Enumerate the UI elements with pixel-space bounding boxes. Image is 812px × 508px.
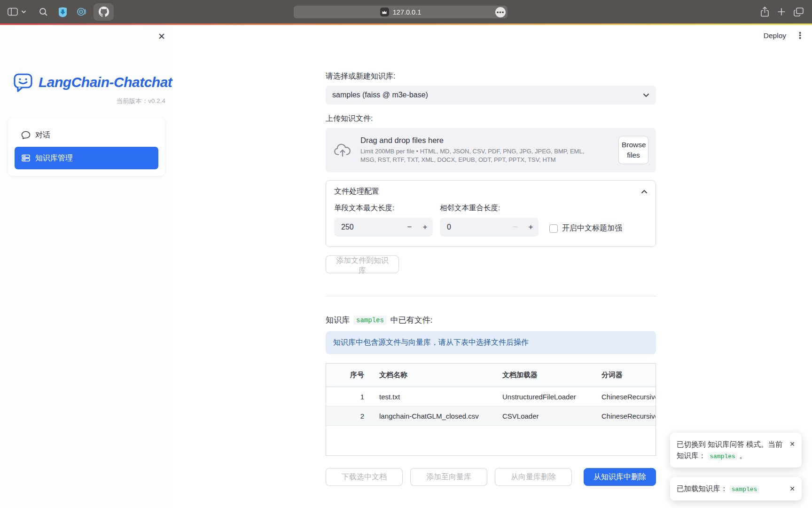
sidebar-toggle-icon[interactable]	[8, 8, 18, 16]
cell-index: 1	[326, 393, 372, 401]
app-logo: LangChain-Chatchat	[13, 72, 173, 93]
file-config-expander: 文件处理配置 单段文本最大长度: 250 − +	[326, 180, 656, 247]
cell-loader: CSVLoader	[495, 412, 594, 420]
toast-text-suffix: 。	[739, 452, 747, 460]
files-table: 序号 文档名称 文档加载器 分词器 1 test.txt Unstructure…	[326, 363, 656, 456]
logo-chat-icon	[13, 72, 33, 93]
sidebar-item-dialogue[interactable]: 对话	[15, 125, 158, 145]
github-pinned-tab[interactable]	[94, 3, 114, 21]
chunk-size-input[interactable]: 250 − +	[334, 218, 433, 237]
cell-splitter: ChineseRecursiveText	[594, 412, 656, 420]
browse-files-button[interactable]: Browse files	[618, 136, 648, 164]
dropzone-limit-text: Limit 200MB per file • HTML, MD, JSON, C…	[360, 147, 598, 164]
cloud-upload-icon	[334, 143, 351, 157]
sidebar: ✕ LangChain-Chatchat 当前版本：v0.2.4	[0, 25, 173, 508]
pinned-tab-download-icon[interactable]	[58, 7, 68, 17]
share-icon[interactable]	[760, 7, 769, 17]
sidebar-item-label: 对话	[35, 130, 50, 140]
table-row[interactable]: 2 langchain-ChatGLM_closed.csv CSVLoader…	[326, 406, 656, 426]
cell-loader: UnstructuredFileLoader	[495, 393, 594, 401]
database-icon	[21, 153, 31, 163]
toast-kb-name-chip: samples	[708, 452, 737, 460]
main-menu-kebab-icon[interactable]: ⋮	[796, 30, 804, 41]
toast-close-icon[interactable]: ✕	[789, 484, 795, 494]
cell-docname: langchain-ChatGLM_closed.csv	[372, 412, 495, 420]
sidebar-item-knowledge-base[interactable]: 知识库管理	[15, 147, 158, 169]
sidebar-item-label: 知识库管理	[35, 153, 73, 163]
chat-bubble-icon	[21, 130, 31, 140]
divider	[326, 296, 656, 296]
zh-title-enhance-label: 开启中文标题加强	[562, 223, 622, 233]
kb-name-chip: samples	[353, 316, 387, 325]
kb-select-label: 请选择或新建知识库:	[326, 71, 656, 81]
expander-title: 文件处理配置	[334, 187, 379, 197]
cell-splitter: ChineseRecursiveText	[594, 393, 656, 401]
chevron-up-icon	[641, 190, 648, 194]
toast-mode-switched: 已切换到 知识库问答 模式。当前知识库： samples 。 ✕	[670, 433, 802, 468]
files-heading-prefix: 知识库	[326, 315, 350, 325]
download-selected-button[interactable]: 下载选中文档	[326, 468, 403, 486]
delete-from-kb-button[interactable]: 从知识库中删除	[584, 468, 656, 486]
new-tab-icon[interactable]	[777, 8, 786, 16]
toast-close-icon[interactable]: ✕	[789, 439, 795, 461]
files-heading: 知识库 samples 中已有文件:	[326, 315, 656, 325]
zh-title-enhance-checkbox[interactable]	[549, 224, 558, 233]
site-favicon-icon	[380, 8, 389, 16]
overlap-size-label: 相邻文本重合长度:	[440, 203, 539, 213]
chunk-size-value: 250	[334, 223, 402, 231]
sidebar-nav: 对话 知识库管理	[8, 118, 165, 176]
select-chevron-down-icon	[643, 93, 649, 97]
address-bar[interactable]: 127.0.0.1 •••	[294, 6, 508, 18]
cell-docname: test.txt	[372, 393, 495, 401]
info-banner: 知识库中包含源文件与向量库，请从下表中选择文件后操作	[326, 331, 656, 354]
toast-text: 已加载知识库：	[677, 484, 728, 492]
sidebar-close-icon[interactable]: ✕	[158, 32, 165, 41]
cell-index: 2	[326, 412, 372, 420]
col-header-docname[interactable]: 文档名称	[372, 371, 495, 380]
chunk-plus-button[interactable]: +	[417, 222, 433, 232]
overlap-size-input[interactable]: 0 − +	[440, 218, 539, 237]
version-label: 当前版本：v0.2.4	[0, 97, 173, 105]
upload-label: 上传知识文件:	[326, 114, 656, 124]
kb-select[interactable]: samples (faiss @ m3e-base)	[326, 86, 656, 104]
deploy-button[interactable]: Deploy	[764, 32, 786, 40]
page-more-options-icon[interactable]: •••	[495, 7, 506, 17]
search-icon[interactable]	[39, 8, 48, 16]
table-header-row: 序号 文档名称 文档加载器 分词器	[326, 364, 656, 387]
chunk-size-label: 单段文本最大长度:	[334, 203, 433, 213]
kb-select-value: samples (faiss @ m3e-base)	[332, 91, 428, 99]
overlap-minus-button[interactable]: −	[508, 222, 523, 232]
toast-kb-loaded: 已加载知识库： samples ✕	[670, 477, 802, 500]
col-header-splitter[interactable]: 分词器	[594, 371, 656, 380]
col-header-index[interactable]: 序号	[326, 371, 372, 380]
expander-header[interactable]: 文件处理配置	[326, 181, 656, 202]
files-heading-suffix: 中已有文件:	[390, 315, 433, 325]
add-files-button[interactable]: 添加文件到知识库	[326, 255, 399, 273]
delete-from-vectorstore-button[interactable]: 从向量库删除	[495, 468, 572, 486]
table-row[interactable]: 1 test.txt UnstructuredFileLoader Chines…	[326, 387, 656, 406]
chunk-minus-button[interactable]: −	[402, 222, 417, 232]
file-dropzone[interactable]: Drag and drop files here Limit 200MB per…	[326, 128, 656, 172]
pinned-tab-circles-icon[interactable]	[77, 7, 87, 17]
overlap-plus-button[interactable]: +	[523, 222, 539, 232]
github-icon	[99, 7, 109, 17]
dropzone-title: Drag and drop files here	[360, 136, 618, 145]
toast-kb-name-chip: samples	[730, 485, 759, 493]
browser-toolbar: 127.0.0.1 •••	[0, 0, 812, 24]
overlap-size-value: 0	[440, 223, 508, 231]
add-to-vectorstore-button[interactable]: 添加至向量库	[410, 468, 487, 486]
logo-text: LangChain-Chatchat	[39, 74, 172, 90]
url-text: 127.0.0.1	[393, 8, 421, 16]
chevron-down-icon[interactable]	[21, 10, 26, 14]
tabs-overview-icon[interactable]	[794, 8, 804, 16]
col-header-loader[interactable]: 文档加载器	[495, 371, 594, 380]
